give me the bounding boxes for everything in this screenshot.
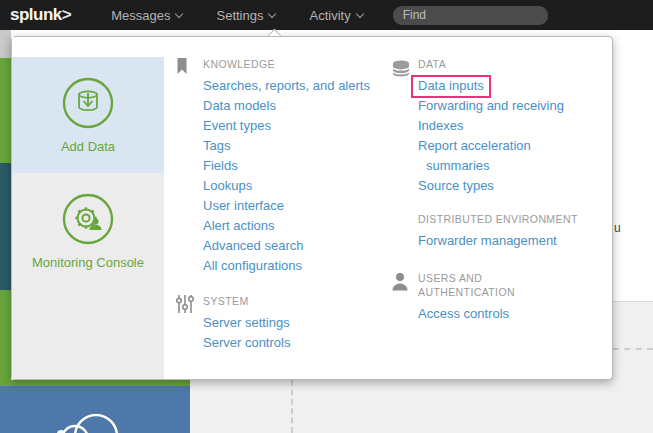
menu-messages-label: Messages xyxy=(111,8,170,23)
menu-settings[interactable]: Settings xyxy=(216,8,275,23)
bg-dashed-divider-vertical xyxy=(291,380,293,433)
menu-link[interactable]: Lookups xyxy=(203,176,399,196)
sliders-icon xyxy=(176,294,194,314)
splunk-logo-caret: > xyxy=(62,5,71,24)
settings-dropdown-panel: Add Data xyxy=(11,36,613,380)
search-circles-icon xyxy=(35,408,155,433)
bookmark-icon xyxy=(176,57,188,75)
menu-list: Forwarder management xyxy=(418,231,578,251)
menu-link[interactable]: Access controls xyxy=(418,304,578,324)
database-icon xyxy=(391,60,411,77)
chevron-down-icon xyxy=(355,9,363,17)
bg-dashed-divider-horizontal xyxy=(613,348,653,350)
chevron-down-icon xyxy=(268,9,276,17)
menu-link[interactable]: Forwarding and receiving xyxy=(418,96,578,116)
menu-list: Searches, reports, and alertsData models… xyxy=(203,76,399,276)
find-search-input[interactable] xyxy=(393,6,548,25)
menu-activity-label: Activity xyxy=(309,8,350,23)
splunk-app-window: u splunk> Messages Settings Activity xyxy=(0,0,653,433)
bg-green-tile-fragment-2 xyxy=(0,290,11,386)
bg-gray-header-fragment xyxy=(0,30,11,58)
monitoring-console-tile[interactable]: Monitoring Console xyxy=(12,173,164,379)
splunk-logo[interactable]: splunk> xyxy=(10,5,71,25)
menu-link[interactable]: Source types xyxy=(418,176,578,196)
bg-green-tile-fragment xyxy=(0,58,11,163)
menu-messages[interactable]: Messages xyxy=(111,8,182,23)
user-icon xyxy=(391,272,409,291)
group-system: SYSTEM Server settingsServer controls xyxy=(203,294,399,353)
add-data-tile[interactable]: Add Data xyxy=(12,57,164,173)
menu-link[interactable]: Data models xyxy=(203,96,399,116)
menu-link[interactable]: User interface xyxy=(203,196,399,216)
dropdown-tile-column: Add Data xyxy=(12,37,164,379)
menu-link[interactable]: Advanced search xyxy=(203,236,399,256)
menu-link[interactable]: Tags xyxy=(203,136,399,156)
top-menu: Messages Settings Activity xyxy=(111,8,362,23)
menu-link[interactable]: Server controls xyxy=(203,333,399,353)
menu-list: Server settingsServer controls xyxy=(203,313,399,353)
dropdown-caret xyxy=(266,28,284,36)
bg-teal-tile-fragment xyxy=(0,163,11,290)
group-title: DATA xyxy=(418,57,578,71)
menu-link[interactable]: Indexes xyxy=(418,116,578,136)
menu-link[interactable]: Data inputs xyxy=(418,76,578,96)
add-data-icon xyxy=(61,76,115,130)
monitoring-console-icon xyxy=(61,192,115,246)
menu-link[interactable]: Forwarder management xyxy=(418,231,578,251)
menu-link[interactable]: Server settings xyxy=(203,313,399,333)
highlight-annotation-box: Data inputs xyxy=(411,75,491,98)
bg-blue-card[interactable] xyxy=(0,380,190,433)
bg-clipped-text: u xyxy=(614,221,621,235)
add-data-label: Add Data xyxy=(61,139,115,154)
menu-link[interactable]: Searches, reports, and alerts xyxy=(203,76,399,96)
group-title: USERS AND AUTHENTICATION xyxy=(418,271,578,299)
top-navigation-bar: splunk> Messages Settings Activity xyxy=(0,0,653,30)
monitoring-console-label: Monitoring Console xyxy=(32,255,144,270)
menu-link[interactable]: Event types xyxy=(203,116,399,136)
menu-link[interactable]: All configurations xyxy=(203,256,399,276)
bg-dashboard-canvas-right xyxy=(613,301,653,433)
chevron-down-icon xyxy=(175,9,183,17)
group-distributed-environment: DISTRIBUTED ENVIRONMENT Forwarder manage… xyxy=(418,212,578,251)
tile-column-spacer xyxy=(12,37,164,57)
group-title: SYSTEM xyxy=(203,294,399,308)
dropdown-column-knowledge-system: KNOWLEDGE Searches, reports, and alertsD… xyxy=(203,57,399,353)
group-data: DATA Data inputsForwarding and receiving… xyxy=(418,57,578,196)
group-users-authentication: USERS AND AUTHENTICATION Access controls xyxy=(418,271,578,324)
bg-dashboard-canvas xyxy=(190,378,653,433)
group-title: KNOWLEDGE xyxy=(203,57,399,71)
menu-settings-label: Settings xyxy=(216,8,263,23)
menu-link[interactable]: Report acceleration summaries xyxy=(418,136,578,176)
menu-link[interactable]: Alert actions xyxy=(203,216,399,236)
menu-list: Data inputsForwarding and receivingIndex… xyxy=(418,76,578,196)
dropdown-column-data-users: DATA Data inputsForwarding and receiving… xyxy=(418,57,578,324)
menu-activity[interactable]: Activity xyxy=(309,8,362,23)
group-knowledge: KNOWLEDGE Searches, reports, and alertsD… xyxy=(203,57,399,276)
menu-list: Access controls xyxy=(418,304,578,324)
group-title: DISTRIBUTED ENVIRONMENT xyxy=(418,212,578,226)
menu-link[interactable]: Fields xyxy=(203,156,399,176)
